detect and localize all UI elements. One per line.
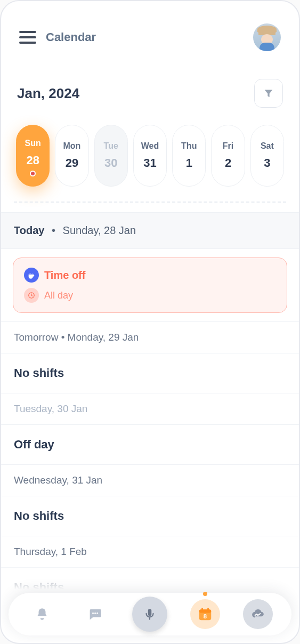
event-title: Time off — [44, 269, 85, 281]
day-number: 31 — [143, 156, 156, 170]
top-bar: Calendar — [1, 1, 299, 58]
mic-icon — [143, 607, 157, 621]
nav-analytics[interactable] — [243, 599, 273, 629]
menu-icon[interactable] — [19, 31, 36, 44]
day-number: 28 — [26, 154, 39, 167]
section-label: Tomorrow • Monday, 29 Jan — [14, 332, 139, 343]
section-header: Thursday, 1 Feb — [1, 536, 299, 568]
section-header: Tomorrow • Monday, 29 Jan — [1, 321, 299, 353]
day-of-week: Thu — [181, 141, 197, 151]
svg-point-2 — [94, 613, 96, 614]
clock-icon — [24, 288, 39, 303]
svg-text:8: 8 — [204, 613, 207, 619]
coffee-icon — [24, 268, 39, 283]
day-number: 29 — [66, 156, 78, 170]
nav-voice[interactable] — [132, 597, 167, 632]
section-header: Tuesday, 30 Jan — [1, 393, 299, 425]
nav-notifications[interactable] — [27, 599, 57, 629]
day-number: 2 — [225, 156, 231, 170]
day-number: 30 — [104, 156, 117, 170]
day-of-week: Tue — [104, 141, 118, 151]
month-row: Jan, 2024 — [1, 58, 299, 113]
section-date: Sunday, 28 Jan — [63, 224, 136, 236]
svg-rect-4 — [148, 609, 152, 616]
day-pill[interactable]: Fri 2 — [211, 125, 245, 187]
bottom-nav: 8 — [9, 593, 291, 635]
svg-point-1 — [92, 613, 94, 614]
day-pill[interactable]: Wed 31 — [133, 125, 167, 187]
svg-rect-9 — [207, 608, 209, 610]
week-strip: Sun 28 Mon 29 Tue 30 Wed 31 Thu 1 Fri 2 … — [1, 113, 299, 198]
day-number: 1 — [186, 156, 192, 170]
svg-rect-8 — [201, 608, 203, 610]
day-of-week: Mon — [63, 141, 80, 151]
day-pill[interactable]: Sun 28 — [16, 125, 50, 187]
nav-calendar[interactable]: 8 — [190, 599, 220, 629]
page-title: Calendar — [46, 30, 253, 44]
svg-point-3 — [96, 613, 98, 614]
filter-button[interactable] — [254, 79, 283, 108]
day-pill[interactable]: Sat 3 — [250, 125, 284, 187]
section-header: Wednesday, 31 Jan — [1, 464, 299, 496]
day-pill[interactable]: Mon 29 — [55, 125, 88, 187]
day-summary: No shifts — [1, 496, 299, 536]
day-summary: Off day — [1, 425, 299, 464]
day-pill[interactable]: Thu 1 — [172, 125, 206, 187]
filter-icon — [263, 87, 274, 99]
day-of-week: Sun — [25, 139, 41, 148]
section-label: Wednesday, 31 Jan — [14, 474, 102, 486]
trend-icon — [251, 607, 265, 621]
event-time: All day — [44, 290, 73, 301]
schedule-list[interactable]: Today • Sunday, 28 Jan Time off All day … — [1, 203, 299, 643]
section-header-today: Today • Sunday, 28 Jan — [1, 212, 299, 249]
section-prefix: Today — [14, 224, 44, 236]
avatar[interactable] — [253, 23, 281, 51]
section-label: Tuesday, 30 Jan — [14, 403, 87, 414]
nav-messages[interactable] — [80, 599, 110, 629]
month-label: Jan, 2024 — [17, 85, 79, 102]
chat-icon — [87, 607, 102, 622]
day-of-week: Fri — [223, 141, 233, 151]
section-label: Thursday, 1 Feb — [14, 546, 87, 557]
day-pill[interactable]: Tue 30 — [94, 125, 128, 187]
bell-icon — [35, 607, 49, 621]
day-summary: No shifts — [1, 353, 299, 393]
app-frame: Calendar Jan, 2024 Sun 28 Mon 29 Tue 30 … — [0, 0, 300, 644]
day-of-week: Wed — [141, 141, 159, 151]
day-of-week: Sat — [261, 141, 274, 151]
day-number: 3 — [264, 156, 270, 170]
calendar-icon: 8 — [197, 606, 213, 622]
event-card[interactable]: Time off All day — [13, 257, 287, 313]
